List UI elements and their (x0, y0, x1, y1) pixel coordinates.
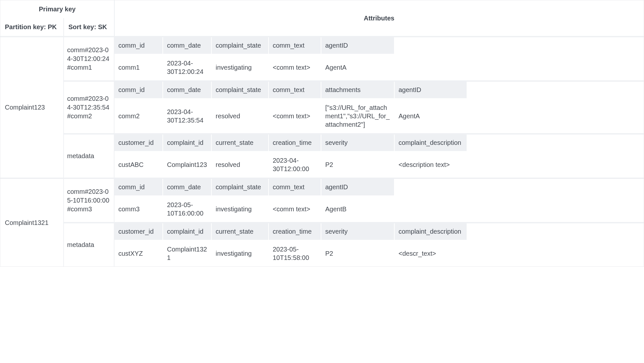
item-row: comm#2023-04-30T12:35:54#comm2comm_idcom… (64, 80, 644, 133)
item-row: metadatacustomer_idcomplaint_idcurrent_s… (64, 133, 644, 178)
attr-value: Complaint123 (163, 152, 211, 178)
attr-header: comm_date (163, 179, 211, 195)
attr-header: comm_id (114, 82, 162, 98)
attr-header: complaint_description (395, 135, 467, 151)
header-attributes: Attributes (114, 0, 644, 36)
attr-header: creation_time (269, 135, 321, 151)
attr-value: comm3 (114, 196, 162, 222)
attr-value: <description text> (395, 152, 467, 178)
attr-value: comm2 (114, 99, 162, 133)
attr-value: <comm text> (269, 196, 321, 222)
item-row: comm#2023-05-10T16:00:00#comm3comm_idcom… (64, 179, 644, 222)
attr-value: investigating (212, 54, 268, 80)
header-group: Primary key Partition key: PK Sort key: … (0, 0, 644, 36)
attr-header: complaint_id (163, 135, 211, 151)
attrs-grid: comm_idcomm_datecomplaint_statecomm_text… (114, 37, 644, 80)
attrs-grid: comm_idcomm_datecomplaint_statecomm_text… (114, 179, 644, 222)
item-row: metadatacustomer_idcomplaint_idcurrent_s… (64, 222, 644, 266)
attr-value: 2023-04-30T12:00:24 (163, 54, 211, 80)
attr-value: <comm text> (269, 54, 321, 80)
sort-key-cell: metadata (64, 223, 114, 266)
attr-header: agentID (321, 179, 394, 195)
dynamodb-table: Primary key Partition key: PK Sort key: … (0, 0, 644, 267)
attr-value: Complaint1321 (163, 240, 211, 266)
attr-header: severity (321, 223, 394, 240)
attr-value: investigating (212, 240, 268, 266)
attr-value: resolved (212, 152, 268, 178)
attr-header: comm_text (269, 82, 321, 98)
item-row: comm#2023-04-30T12:00:24#comm1comm_idcom… (64, 37, 644, 80)
attr-value: P2 (321, 152, 394, 178)
attr-value: AgentB (321, 196, 394, 222)
attr-value: AgentA (395, 99, 467, 133)
attr-header (395, 179, 467, 195)
attr-value: 2023-05-10T16:00:00 (163, 196, 211, 222)
attr-value: custABC (114, 152, 162, 178)
attr-header: creation_time (269, 223, 321, 240)
attr-header: comm_id (114, 179, 162, 195)
attr-header: comm_text (269, 37, 321, 54)
attr-header: severity (321, 135, 394, 151)
attr-header: complaint_state (212, 82, 268, 98)
attr-value: custXYZ (114, 240, 162, 266)
attrs-grid: comm_idcomm_datecomplaint_statecomm_text… (114, 82, 644, 133)
attr-value: ["s3://URL_for_attachment1","s3://URL_fo… (321, 99, 394, 133)
header-partition-key: Partition key: PK (0, 18, 64, 36)
attr-header: complaint_state (212, 37, 268, 54)
sort-key-cell: comm#2023-04-30T12:35:54#comm2 (64, 82, 114, 133)
attr-header: complaint_id (163, 223, 211, 240)
partition-key-cell: Complaint123 (0, 37, 64, 178)
attr-value: <comm text> (269, 99, 321, 133)
header-primary-key: Primary key (0, 0, 114, 18)
attr-value: comm1 (114, 54, 162, 80)
table-body: Complaint123comm#2023-04-30T12:00:24#com… (0, 36, 644, 266)
header-sort-key: Sort key: SK (64, 18, 114, 36)
attr-value: 2023-04-30T12:35:54 (163, 99, 211, 133)
attr-value: P2 (321, 240, 394, 266)
attrs-grid: customer_idcomplaint_idcurrent_statecrea… (114, 223, 644, 266)
partition-block: Complaint123comm#2023-04-30T12:00:24#com… (0, 36, 644, 178)
sort-key-cell: metadata (64, 135, 114, 178)
partition-block: Complaint1321comm#2023-05-10T16:00:00#co… (0, 178, 644, 266)
attr-header: agentID (321, 37, 394, 54)
attr-header: current_state (212, 223, 268, 240)
attr-header: customer_id (114, 223, 162, 240)
sort-key-cell: comm#2023-04-30T12:00:24#comm1 (64, 37, 114, 80)
attr-header: customer_id (114, 135, 162, 151)
attr-value: resolved (212, 99, 268, 133)
items-column: comm#2023-04-30T12:00:24#comm1comm_idcom… (64, 37, 644, 178)
attr-value (395, 196, 467, 222)
attr-header: attachments (321, 82, 394, 98)
attr-header: complaint_description (395, 223, 467, 240)
attr-value: AgentA (321, 54, 394, 80)
attr-header: comm_date (163, 82, 211, 98)
attrs-grid: customer_idcomplaint_idcurrent_statecrea… (114, 135, 644, 178)
attr-header: complaint_state (212, 179, 268, 195)
attr-header: comm_date (163, 37, 211, 54)
partition-key-cell: Complaint1321 (0, 179, 64, 266)
attr-header: comm_id (114, 37, 162, 54)
attr-value (395, 54, 467, 80)
attr-header: current_state (212, 135, 268, 151)
attr-header (395, 37, 467, 54)
attr-value: 2023-04-30T12:00:00 (269, 152, 321, 178)
attr-value: investigating (212, 196, 268, 222)
sort-key-cell: comm#2023-05-10T16:00:00#comm3 (64, 179, 114, 222)
attr-header: comm_text (269, 179, 321, 195)
items-column: comm#2023-05-10T16:00:00#comm3comm_idcom… (64, 179, 644, 266)
attr-value: 2023-05-10T15:58:00 (269, 240, 321, 266)
attr-header: agentID (395, 82, 467, 98)
attr-value: <descr_text> (395, 240, 467, 266)
